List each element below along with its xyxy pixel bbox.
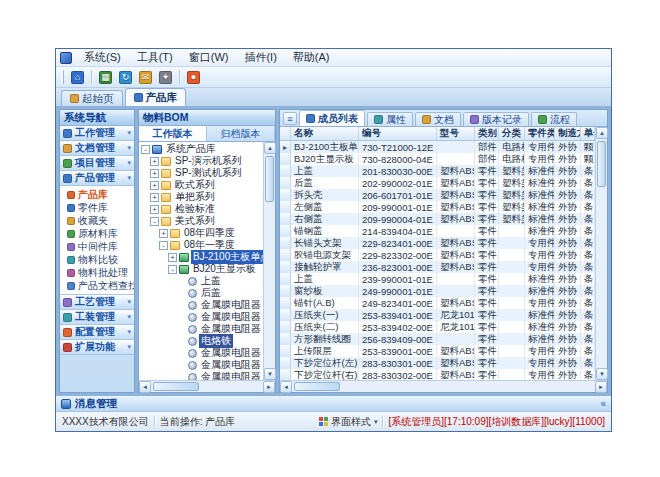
table-row[interactable]: 锚针(A.B)249-823401-00E塑料ABS零件专用件外协条: [280, 297, 595, 309]
table-row[interactable]: BJ20主显示板730-828000-04E部件电路板专用件外协颗: [280, 153, 595, 165]
tree-node-20[interactable]: 金属膜电阻器: [139, 371, 263, 380]
table-row[interactable]: 窗纱板249-990001-01E零件标准件外协条: [280, 285, 595, 297]
column-header-8[interactable]: 单位: [581, 127, 595, 140]
collapse-icon[interactable]: -: [168, 265, 177, 274]
sidebar-item-8[interactable]: 产品文档查找: [60, 279, 134, 292]
column-header-1[interactable]: 名称: [291, 127, 359, 140]
scroll-right-icon[interactable]: ►: [595, 381, 607, 393]
message-panel-header[interactable]: 消息管理 «: [56, 395, 611, 411]
sidebar-group-3[interactable]: 项目管理▾: [60, 156, 134, 171]
scroll-down-icon[interactable]: ▼: [264, 368, 276, 380]
scroll-track[interactable]: [151, 381, 263, 392]
bom-version-tab-2[interactable]: 归档版本: [207, 126, 275, 141]
doc-tab-1[interactable]: 起始页: [61, 90, 123, 106]
table-row[interactable]: 上盖239-990001-01E零件标准件外协条: [280, 273, 595, 285]
detail-tab-1[interactable]: 成员列表: [299, 110, 365, 126]
panel-menu-button[interactable]: ≡: [283, 112, 297, 125]
table-vertical-scrollbar[interactable]: ▲ ▼: [595, 127, 607, 380]
ui-style-selector[interactable]: 界面样式 ▾: [319, 415, 378, 429]
sidebar-group-4[interactable]: 产品管理▾: [60, 171, 134, 186]
table-row[interactable]: 左侧盖209-990001-01E塑料ABS零件塑料类标准件外协条: [280, 201, 595, 213]
message-button[interactable]: ✉: [137, 69, 154, 86]
scroll-down-icon[interactable]: ▼: [596, 368, 608, 380]
collapse-icon[interactable]: -: [159, 241, 168, 250]
settings-button[interactable]: ✦: [157, 69, 174, 86]
table-row[interactable]: 拆头壳206-601701-01E塑料ABS零件塑料类标准件外协条: [280, 189, 595, 201]
table-row[interactable]: 长锚头支架229-823401-00E塑料ABS零件专用件外协条: [280, 237, 595, 249]
table-row[interactable]: 后盖202-990002-01E塑料ABS零件塑料类标准件外协条: [280, 177, 595, 189]
doc-tab-2[interactable]: 产品库: [125, 88, 187, 106]
menu-item-1[interactable]: 系统(S): [77, 49, 128, 66]
modules-button[interactable]: ▦: [97, 69, 114, 86]
home-button[interactable]: ⌂: [69, 69, 86, 86]
scroll-up-icon[interactable]: ▲: [596, 127, 608, 139]
scroll-thumb[interactable]: [153, 382, 199, 391]
toolbar-grip[interactable]: [61, 70, 64, 84]
bom-version-tab-1[interactable]: 工作版本: [139, 126, 207, 141]
table-row[interactable]: 胶锚电源支架229-823302-00E塑料ABS零件专用件外协条: [280, 249, 595, 261]
menu-item-4[interactable]: 插件(I): [237, 49, 283, 66]
collapse-chevron-icon[interactable]: «: [600, 398, 606, 409]
table-row[interactable]: 右侧盖209-990004-01E塑料ABS零件塑料类标准件外协条: [280, 213, 595, 225]
sidebar-group-2[interactable]: 文档管理▾: [60, 141, 134, 156]
sidebar-group-1[interactable]: 工作管理▾: [60, 126, 134, 141]
table-row[interactable]: ▸BJ-2100主板单点730-T21000-12E部件电路板专用件外协颗: [280, 141, 595, 153]
table-horizontal-scrollbar[interactable]: ◄ ►: [280, 380, 607, 392]
collapse-icon[interactable]: -: [141, 145, 150, 154]
expand-icon[interactable]: +: [150, 157, 159, 166]
scroll-thumb[interactable]: [597, 141, 606, 187]
detail-tab-4[interactable]: 版本记录: [463, 112, 529, 126]
sidebar-item-1[interactable]: 产品库: [60, 188, 134, 201]
refresh-button[interactable]: ↻: [117, 69, 134, 86]
detail-tab-5[interactable]: 流程: [531, 112, 577, 126]
detail-tab-3[interactable]: 文档: [415, 112, 461, 126]
column-header-2[interactable]: 编号: [359, 127, 437, 140]
table-row[interactable]: 方形翻转线圈256-839409-00E零件标准件外协条: [280, 333, 595, 345]
scroll-track[interactable]: [596, 139, 607, 368]
sidebar-group-6[interactable]: 工装管理▾: [60, 310, 134, 325]
column-header-4[interactable]: 类别: [475, 127, 499, 140]
scroll-track[interactable]: [292, 381, 595, 392]
expand-icon[interactable]: +: [168, 253, 177, 262]
scroll-left-icon[interactable]: ◄: [280, 381, 292, 393]
scroll-track[interactable]: [264, 154, 275, 368]
scroll-thumb[interactable]: [294, 382, 340, 391]
bom-tree-horizontal-scrollbar[interactable]: ◄ ►: [139, 380, 275, 392]
menu-item-2[interactable]: 工具(T): [130, 49, 180, 66]
table-row[interactable]: 压纸夹(一)253-839401-00E尼龙1010零件标准件外协条: [280, 309, 595, 321]
scroll-right-icon[interactable]: ►: [263, 381, 275, 393]
scroll-thumb[interactable]: [265, 156, 274, 202]
column-header-3[interactable]: 型号: [437, 127, 475, 140]
sidebar-item-4[interactable]: 原材料库: [60, 227, 134, 240]
sidebar-item-5[interactable]: 中间件库: [60, 240, 134, 253]
table-row[interactable]: 下抄定位杆(右)283-830302-00E塑料ABS零件专用件外协条: [280, 369, 595, 380]
table-row[interactable]: 上盖201-830030-00E塑料ABS零件塑料类标准件外协条: [280, 165, 595, 177]
table-row[interactable]: 锚钢盖214-839404-01E零件标准件外协条: [280, 225, 595, 237]
bom-tree-vertical-scrollbar[interactable]: ▲ ▼: [263, 142, 275, 380]
sidebar-item-6[interactable]: 物料比较: [60, 253, 134, 266]
table-row[interactable]: 压纸夹(二)253-839402-00E尼龙1010零件标准件外协条: [280, 321, 595, 333]
menu-item-5[interactable]: 帮助(A): [286, 49, 337, 66]
expand-icon[interactable]: +: [150, 193, 159, 202]
sidebar-group-8[interactable]: 扩展功能▾: [60, 340, 134, 355]
expand-icon[interactable]: +: [150, 169, 159, 178]
column-header-7[interactable]: 制造方式: [555, 127, 581, 140]
menu-item-3[interactable]: 窗口(W): [182, 49, 236, 66]
scroll-up-icon[interactable]: ▲: [264, 142, 276, 154]
sidebar-item-2[interactable]: 零件库: [60, 201, 134, 214]
table-row[interactable]: 上传限层253-839001-00E塑料ABS零件专用件外协条: [280, 345, 595, 357]
sidebar-group-7[interactable]: 配置管理▾: [60, 325, 134, 340]
expand-icon[interactable]: +: [150, 181, 159, 190]
sidebar-group-5[interactable]: 工艺管理▾: [60, 295, 134, 310]
sidebar-item-3[interactable]: 收藏夹: [60, 214, 134, 227]
expand-icon[interactable]: +: [159, 229, 168, 238]
collapse-icon[interactable]: -: [150, 217, 159, 226]
detail-tab-2[interactable]: 属性: [367, 112, 413, 126]
exit-button[interactable]: ●: [185, 69, 202, 86]
table-row[interactable]: 接触轮护罩236-823001-00E塑料ABS零件专用件外协条: [280, 261, 595, 273]
expand-icon[interactable]: +: [150, 205, 159, 214]
column-header-6[interactable]: 零件类型: [525, 127, 555, 140]
scroll-left-icon[interactable]: ◄: [139, 381, 151, 393]
table-row[interactable]: 下抄定位杆(左)283-830301-00E塑料ABS零件专用件外协条: [280, 357, 595, 369]
sidebar-item-7[interactable]: 物料批处理: [60, 266, 134, 279]
